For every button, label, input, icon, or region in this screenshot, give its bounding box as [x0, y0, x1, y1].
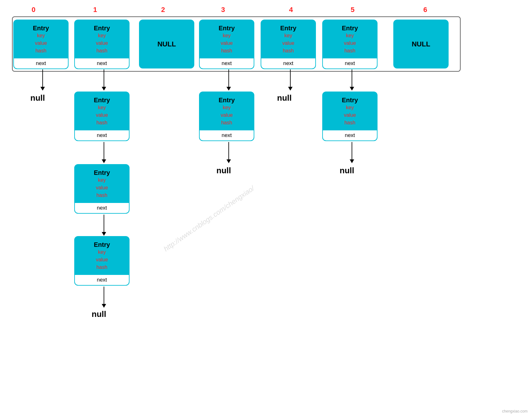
entry-title: Entry	[16, 25, 66, 32]
entry-3-1: Entry key value hash next	[74, 236, 130, 286]
entry-next: next	[75, 58, 129, 68]
entry-0-1: Entry key value hash next	[74, 20, 130, 69]
entry-title: Entry	[77, 169, 127, 176]
entry-0-4: Entry key value hash next	[261, 20, 316, 69]
entry-1-5: Entry key value hash next	[322, 92, 378, 141]
arrow-r3-1	[102, 215, 106, 236]
entry-1-3: Entry key value hash next	[199, 92, 254, 141]
branding: chengxiao.com	[502, 409, 528, 413]
arrow-r4-1-null	[102, 287, 106, 308]
null-cell-2: NULL	[139, 20, 194, 68]
arrow-3-down	[227, 69, 231, 91]
null-cell-6: NULL	[393, 20, 449, 68]
entry-next: next	[200, 130, 254, 140]
col-index-4: 4	[289, 6, 293, 14]
entry-next: next	[14, 58, 68, 68]
null-0: null	[30, 93, 45, 103]
entry-next: next	[75, 202, 129, 213]
null-r2-3: null	[216, 166, 231, 175]
col-index-6: 6	[423, 6, 427, 14]
null-label: NULL	[412, 40, 430, 48]
entry-title: Entry	[77, 25, 127, 32]
entry-next: next	[75, 274, 129, 285]
arrow-r2-5-null	[350, 142, 354, 163]
arrow-1-down	[102, 69, 106, 91]
arrow-r2-3-null	[227, 142, 231, 163]
entry-title: Entry	[325, 25, 375, 32]
entry-0-3: Entry key value hash next	[199, 20, 254, 69]
entry-next: next	[75, 130, 129, 140]
entry-title: Entry	[202, 97, 252, 104]
col-index-0: 0	[32, 6, 35, 14]
arrow-r2-1	[102, 142, 106, 163]
col-index-2: 2	[161, 6, 165, 14]
entry-title: Entry	[263, 25, 313, 32]
col-index-1: 1	[93, 6, 97, 14]
entry-0-5: Entry key value hash next	[322, 20, 378, 69]
entry-title: Entry	[77, 97, 127, 104]
null-r4-1: null	[92, 309, 106, 319]
null-r2-5: null	[340, 166, 354, 175]
entry-0-0: Entry key value hash next	[13, 20, 69, 69]
entry-next: next	[323, 58, 377, 68]
col-index-3: 3	[221, 6, 225, 14]
watermark: http://www.cnblogs.com/chengxiao/	[162, 184, 256, 253]
entry-title: Entry	[77, 241, 127, 248]
arrow-4-null	[288, 69, 293, 91]
entry-2-1: Entry key value hash next	[74, 164, 130, 214]
arrow-5-down	[350, 69, 354, 91]
entry-1-1: Entry key value hash next	[74, 92, 130, 141]
entry-next: next	[261, 58, 315, 68]
null-4: null	[277, 93, 292, 103]
entry-next: next	[323, 130, 377, 140]
entry-title: Entry	[202, 25, 252, 32]
entry-title: Entry	[325, 97, 375, 104]
entry-next: next	[200, 58, 254, 68]
arrow-0-null	[40, 69, 45, 91]
null-label: NULL	[157, 40, 176, 48]
col-index-5: 5	[351, 6, 354, 14]
